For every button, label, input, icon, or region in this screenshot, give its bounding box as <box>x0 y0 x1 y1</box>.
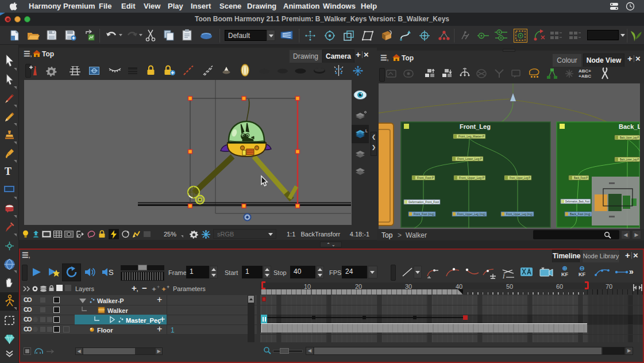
svg-text:Front_Leg: Front_Leg <box>460 123 491 130</box>
svg-text:Deformation_Back_Foot: Deformation_Back_Foot <box>565 200 589 203</box>
svg-text:Front_Upper_Leg-P: Front_Upper_Leg-P <box>459 176 484 179</box>
svg-text:L: L <box>365 129 368 133</box>
svg-text:Front_Upper_Leg (img): Front_Upper_Leg (img) <box>506 212 533 216</box>
svg-text:I: I <box>502 273 505 280</box>
svg-text:S: S <box>109 268 114 277</box>
svg-text:Back_Foot (img): Back_Foot (img) <box>570 212 591 216</box>
svg-text:Front_Leg_Master-P: Front_Leg_Master-P <box>458 135 484 138</box>
svg-text:Back_Foot-P: Back_Foot-P <box>574 176 588 179</box>
svg-text:Front_Foot-P: Front_Foot-P <box>417 176 434 179</box>
svg-text:Back_Lower_Leg-P: Back_Lower_Leg-P <box>620 158 639 161</box>
svg-text:Front_Lower_Leg-P: Front_Lower_Leg-P <box>457 157 482 161</box>
svg-text:Front_Foot (img): Front_Foot (img) <box>414 212 434 216</box>
svg-text:Front_Upper_Leg (img): Front_Upper_Leg (img) <box>457 212 485 216</box>
svg-text:Back_Upper_Leg-P: Back_Upper_Leg-P <box>620 136 639 139</box>
svg-text:Front_Upper_Leg-P: Front_Upper_Leg-P <box>510 176 530 179</box>
svg-text:Deformation_Front_Foot: Deformation_Front_Foot <box>408 200 439 204</box>
